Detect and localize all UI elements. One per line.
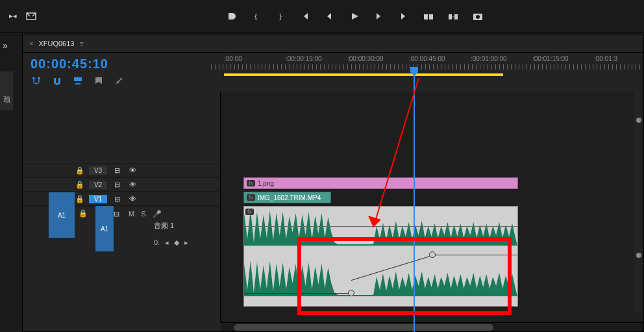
playhead-timecode[interactable]: 00:00:45:10 xyxy=(31,57,203,71)
fx-badge: fx xyxy=(247,180,255,186)
track-label[interactable]: V1 xyxy=(89,195,107,203)
svg-rect-0 xyxy=(424,14,428,19)
track-output-icon[interactable]: ⊟ xyxy=(114,210,119,218)
step-forward-icon[interactable] xyxy=(373,10,386,23)
go-to-in-icon[interactable] xyxy=(299,10,312,23)
linked-selection-icon[interactable] xyxy=(72,75,84,87)
lift-icon[interactable] xyxy=(422,10,435,23)
side-panel-label: 颈 xyxy=(0,71,14,110)
svg-point-5 xyxy=(476,15,480,19)
clip-v1[interactable]: fx IMG_1602.TRIM.MP4 xyxy=(243,192,331,203)
level-value: 0. xyxy=(154,238,160,246)
ruler-label: :00:01:00:00 xyxy=(471,55,507,62)
camera-icon[interactable] xyxy=(471,10,484,23)
clip-name: 1.png xyxy=(258,180,274,187)
sequence-name: XFUQ0613 xyxy=(38,40,74,47)
ruler-label: :00:00 xyxy=(224,55,242,62)
track-a1[interactable]: A1 🔒 A1 ⊟ M S 🎤 音频 1 0. ◂ xyxy=(23,206,220,251)
clip-name: IMG_1602.TRIM.MP4 xyxy=(258,194,321,201)
ruler-label: :00:01:15:00 xyxy=(532,55,569,62)
timeline-header: 00:00:45:10 xyxy=(23,53,211,92)
step-back-icon[interactable] xyxy=(323,10,336,23)
ruler-label: :00:00:45:00 xyxy=(409,55,445,62)
lock-icon[interactable]: 🔒 xyxy=(75,166,85,175)
source-patch-a1[interactable]: A1 xyxy=(49,192,75,238)
track-output-icon[interactable]: ⊟ xyxy=(111,181,123,189)
track-output-icon[interactable]: ⊟ xyxy=(111,195,123,203)
tab-menu-icon[interactable]: ≡ xyxy=(79,40,83,47)
eye-icon[interactable]: 👁 xyxy=(127,181,138,188)
lock-icon[interactable]: 🔒 xyxy=(75,181,85,189)
prev-keyframe-icon[interactable]: ◂ xyxy=(165,238,169,247)
lock-icon[interactable]: 🔒 xyxy=(79,209,88,218)
track-v2[interactable]: 🔒 V2 ⊟ 👁 xyxy=(23,177,220,192)
work-area-bar[interactable] xyxy=(224,73,503,76)
scroll-thumb[interactable] xyxy=(234,324,493,331)
eye-icon[interactable]: 👁 xyxy=(127,166,138,174)
marker-icon[interactable] xyxy=(93,75,105,87)
play-icon[interactable] xyxy=(348,10,361,23)
ruler-label: :00:00:30:00 xyxy=(347,55,384,62)
time-ruler[interactable]: :00:00 :00:00:15:00 :00:00:30:00 :00:00:… xyxy=(211,53,643,92)
svg-rect-2 xyxy=(449,14,452,19)
track-target-a1[interactable]: A1 xyxy=(95,206,114,251)
annotation-arrow xyxy=(367,78,425,240)
add-keyframe-icon[interactable]: ◆ xyxy=(174,238,179,247)
ruler-label: :00:01:3 xyxy=(594,55,617,62)
insert-icon[interactable]: ▸◂ xyxy=(6,10,19,23)
settings-icon[interactable] xyxy=(114,75,125,87)
audio-track-name: 音频 1 xyxy=(154,222,174,229)
sequence-tab[interactable]: × XFUQ0613 ≡ xyxy=(23,34,643,53)
magnet-icon[interactable] xyxy=(51,75,63,87)
export-frame-icon[interactable] xyxy=(25,10,38,23)
track-label[interactable]: V3 xyxy=(89,166,107,175)
track-v3[interactable]: 🔒 V3 ⊟ 👁 xyxy=(23,163,220,177)
solo-button[interactable]: S xyxy=(141,210,145,218)
track-label[interactable]: V2 xyxy=(89,181,107,189)
svg-rect-6 xyxy=(74,77,82,81)
eye-icon[interactable]: 👁 xyxy=(127,195,138,203)
mark-in-icon[interactable] xyxy=(225,10,238,23)
expand-panel-icon[interactable]: » xyxy=(3,40,8,51)
voice-icon[interactable]: 🎤 xyxy=(153,210,162,218)
ruler-label: :00:00:15:00 xyxy=(286,55,322,62)
transport-controls: { } xyxy=(71,10,638,23)
mark-clip-in-icon[interactable]: { xyxy=(249,10,262,23)
svg-rect-3 xyxy=(454,14,458,19)
mark-clip-out-icon[interactable]: } xyxy=(274,10,287,23)
svg-rect-1 xyxy=(429,14,433,19)
snap-icon[interactable] xyxy=(31,75,42,87)
close-tab-icon[interactable]: × xyxy=(29,40,33,47)
program-monitor-bar: ▸◂ { } xyxy=(0,0,644,32)
lock-icon[interactable]: 🔒 xyxy=(75,195,85,203)
horizontal-zoom-scroll[interactable] xyxy=(221,322,643,331)
annotation-highlight-box xyxy=(297,237,512,315)
vertical-scroll[interactable] xyxy=(634,92,643,313)
next-keyframe-icon[interactable]: ▸ xyxy=(184,238,188,247)
track-output-icon[interactable]: ⊟ xyxy=(111,166,123,175)
fx-badge: fx xyxy=(247,194,255,201)
track-headers: 🔒 V3 ⊟ 👁 🔒 V2 ⊟ 👁 🔒 V1 ⊟ 👁 A1 🔒 A1 xyxy=(23,92,221,322)
go-to-out-icon[interactable] xyxy=(397,10,410,23)
fx-badge: fx xyxy=(245,209,254,215)
extract-icon[interactable] xyxy=(447,10,460,23)
mute-button[interactable]: M xyxy=(129,210,134,218)
